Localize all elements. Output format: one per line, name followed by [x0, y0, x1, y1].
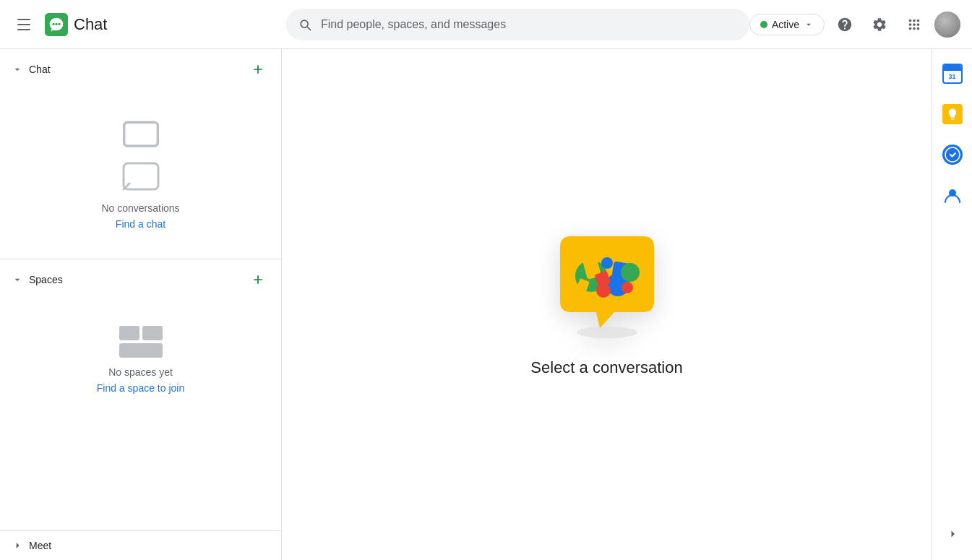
sidebar: Chat No conversa: [0, 49, 282, 560]
right-panel: 31: [932, 49, 972, 560]
keep-button[interactable]: [937, 98, 968, 130]
calendar-day: 31: [944, 71, 961, 82]
no-chat-icon: [121, 116, 161, 156]
spaces-section-label: Spaces: [29, 274, 63, 285]
account-button[interactable]: [934, 12, 960, 38]
header-right: Active: [749, 10, 960, 39]
find-chat-link[interactable]: Find a chat: [116, 218, 165, 230]
plus-icon: [251, 272, 265, 287]
hamburger-line: [17, 29, 30, 30]
app-logo: Chat: [45, 13, 107, 36]
avatar: [934, 12, 960, 38]
chat-logo-icon: [45, 13, 68, 36]
apps-button[interactable]: [900, 10, 929, 39]
spaces-empty-state: No spaces yet Find a space to join: [0, 297, 281, 423]
contacts-button[interactable]: [937, 179, 968, 211]
help-icon: [837, 17, 853, 33]
calendar-button[interactable]: 31: [937, 58, 968, 90]
select-conversation-text: Select a conversation: [530, 358, 682, 377]
calendar-icon: 31: [942, 64, 963, 84]
tasks-icon: [942, 145, 963, 165]
settings-button[interactable]: [865, 10, 894, 39]
chat-empty-state: No conversations Find a chat: [0, 87, 281, 259]
chevron-down-icon: [12, 274, 23, 285]
calendar-icon-header: [944, 65, 961, 71]
tasks-button[interactable]: [937, 139, 968, 171]
spaces-icon-row-1: [119, 326, 163, 340]
meet-label: Meet: [29, 540, 51, 551]
keep-icon: [942, 104, 963, 124]
chat-section: Chat No conversa: [0, 49, 281, 259]
status-button[interactable]: Active: [749, 14, 825, 35]
hamburger-line: [17, 19, 30, 20]
expand-button[interactable]: [938, 520, 967, 548]
expand-icon: [946, 527, 959, 540]
help-button[interactable]: [830, 10, 859, 39]
spaces-icon-block: [119, 343, 163, 358]
search-input[interactable]: [321, 18, 738, 31]
chat-section-left: Chat: [12, 64, 51, 75]
meet-section-header[interactable]: Meet: [12, 540, 270, 551]
no-spaces-icon: [119, 326, 163, 358]
svg-point-5: [577, 327, 637, 338]
chat-illustration: [549, 233, 665, 341]
no-conversations-text: No conversations: [101, 202, 179, 214]
svg-point-3: [58, 22, 60, 25]
spaces-icon-row-2: [119, 343, 163, 358]
header: Chat Active: [0, 0, 972, 49]
main-content: Select a conversation: [282, 49, 932, 560]
chat-section-header[interactable]: Chat: [0, 49, 281, 87]
grid-icon: [906, 17, 922, 33]
status-label: Active: [772, 19, 799, 30]
contacts-icon: [942, 185, 963, 205]
new-space-button[interactable]: [246, 268, 270, 291]
plus-icon: [251, 62, 265, 77]
bulb-icon: [946, 108, 959, 121]
search-icon: [298, 17, 312, 32]
search-bar: [286, 9, 749, 40]
chevron-right-icon: [12, 540, 23, 551]
menu-button[interactable]: [12, 13, 36, 36]
new-chat-button[interactable]: [246, 58, 270, 81]
app-title: Chat: [74, 15, 107, 34]
find-space-link[interactable]: Find a space to join: [97, 382, 184, 394]
spaces-section: Spaces No space: [0, 259, 281, 423]
svg-point-2: [55, 22, 57, 25]
spaces-section-header[interactable]: Spaces: [0, 259, 281, 297]
chat-bubble-icon: [118, 156, 164, 202]
svg-point-14: [601, 257, 613, 269]
chevron-down-icon: [12, 64, 23, 75]
svg-point-12: [621, 263, 640, 282]
chat-section-label: Chat: [29, 64, 51, 75]
chevron-down-icon: [804, 20, 814, 30]
spaces-icon-block: [142, 326, 163, 340]
svg-rect-15: [622, 282, 633, 293]
gear-icon: [872, 17, 887, 33]
svg-point-1: [52, 22, 54, 25]
conversation-placeholder: Select a conversation: [530, 233, 682, 377]
hamburger-line: [17, 24, 30, 25]
status-dot: [760, 21, 767, 28]
header-left: Chat: [12, 13, 286, 36]
spaces-section-left: Spaces: [12, 274, 63, 285]
meet-section: Meet: [0, 530, 281, 560]
spaces-icon-block: [119, 326, 139, 340]
no-spaces-text: No spaces yet: [108, 366, 173, 378]
layout: Chat No conversa: [0, 49, 972, 560]
